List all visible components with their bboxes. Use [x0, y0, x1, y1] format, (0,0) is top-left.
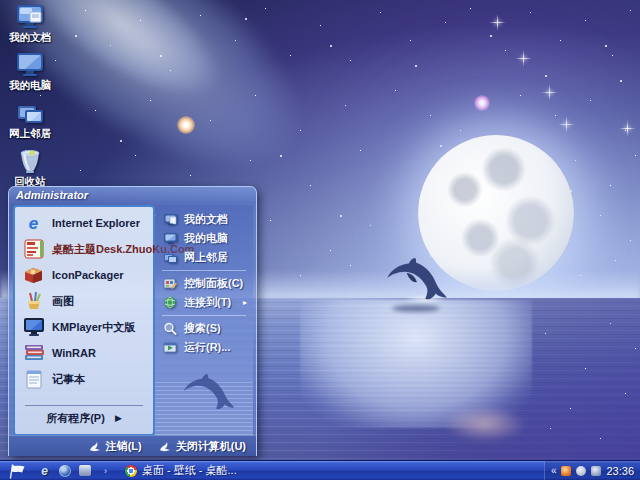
task-button-label: 桌面 - 壁纸 - 桌酷... [142, 463, 237, 478]
start-menu: Administrator e Internet Explorer [8, 186, 257, 456]
logoff-dove-icon [88, 441, 101, 452]
my-documents-icon [162, 213, 178, 227]
my-computer-icon [162, 232, 178, 246]
menu-item-label: 我的电脑 [184, 231, 228, 246]
menu-item-connect-to[interactable]: 连接到(T) ▸ [155, 293, 253, 312]
quick-launch: e › [38, 464, 107, 477]
taskbar: e › 桌面 - 壁纸 - 桌酷... « 23:36 [0, 460, 640, 480]
quicklaunch-window-icon[interactable] [78, 464, 91, 477]
quicklaunch-chevron-icon[interactable]: › [104, 466, 107, 476]
warm-reflection-glow [443, 406, 527, 442]
recycle-bin-icon [14, 147, 46, 174]
menu-item-my-documents[interactable]: 我的文档 [155, 210, 253, 229]
menu-item-search[interactable]: 搜索(S) [155, 319, 253, 338]
start-menu-footer: 注销(L) 关闭计算机(U) [9, 435, 256, 456]
desktop-screen: 我的文档 我的电脑 [0, 0, 640, 480]
dolphin-icon [384, 253, 450, 303]
menu-item-label: Internet Explorer [52, 217, 140, 229]
notepad-icon [22, 368, 45, 390]
cross-star [523, 58, 524, 59]
cross-star [566, 124, 567, 125]
menu-item-notepad[interactable]: 记事本 [15, 366, 153, 392]
all-programs-label: 所有程序(P) [46, 411, 105, 426]
system-tray: « 23:36 [544, 461, 640, 480]
menu-separator [162, 270, 246, 271]
desktop-icon-label: 我的文档 [9, 31, 51, 45]
menu-item-label: IconPackager [52, 269, 124, 281]
chrome-icon [125, 465, 137, 477]
iconpackager-icon [22, 264, 45, 286]
user-name: Administrator [16, 189, 88, 201]
quicklaunch-ie-icon[interactable]: e [38, 464, 51, 477]
network-places-icon [14, 99, 46, 126]
desktop-icon-label: 网上邻居 [9, 127, 51, 141]
desktop-icon-network-places[interactable]: 网上邻居 [2, 99, 58, 141]
menu-item-label: 控制面板(C) [184, 276, 243, 291]
taskbar-clock[interactable]: 23:36 [606, 465, 634, 477]
start-menu-right-panel: 我的文档 我的电脑 [155, 205, 253, 436]
control-panel-icon [162, 277, 178, 291]
dolphin-reflection [392, 305, 440, 312]
menu-left-spacer [15, 392, 153, 405]
shutdown-dove-icon [158, 441, 171, 452]
sea-sparkles [0, 298, 1, 299]
menu-item-label: WinRAR [52, 347, 96, 359]
desktop-icon-recycle-bin[interactable]: 回收站 [2, 147, 58, 189]
shut-down-button[interactable]: 关闭计算机(U) [158, 439, 246, 454]
search-icon [162, 322, 178, 336]
tray-icon-1[interactable] [561, 466, 571, 476]
paint-icon [22, 290, 45, 312]
log-off-button[interactable]: 注销(L) [88, 439, 142, 454]
tray-icon-2[interactable] [576, 466, 586, 476]
menu-item-internet-explorer[interactable]: e Internet Explorer [15, 210, 153, 236]
star-field-bright [0, 0, 2, 2]
menu-item-run[interactable]: 运行(R)... [155, 338, 253, 357]
kmplayer-icon [22, 316, 45, 338]
menu-item-label: 网上邻居 [184, 250, 228, 265]
tray-icon-3[interactable] [591, 466, 601, 476]
menu-separator [162, 315, 246, 316]
menu-item-label: 我的文档 [184, 212, 228, 227]
cross-star [549, 92, 550, 93]
run-icon [162, 341, 178, 355]
menu-item-control-panel[interactable]: 控制面板(C) [155, 274, 253, 293]
panel-dolphin-icon [181, 370, 237, 412]
menu-item-label: 记事本 [52, 372, 85, 387]
menu-item-iconpackager[interactable]: IconPackager [15, 262, 153, 288]
quicklaunch-globe-icon[interactable] [58, 464, 71, 477]
menu-item-label: 搜索(S) [184, 321, 221, 336]
log-off-label: 注销(L) [106, 439, 142, 454]
zhuoku-theme-icon [22, 238, 45, 260]
desktop-icon-list: 我的文档 我的电脑 [2, 3, 58, 189]
ie-icon: e [22, 212, 45, 234]
shut-down-label: 关闭计算机(U) [176, 439, 246, 454]
pink-glow-star [474, 95, 490, 111]
all-programs-arrow-icon: ▶ [115, 413, 122, 423]
menu-item-label: 画图 [52, 294, 74, 309]
network-places-icon [162, 251, 178, 265]
submenu-arrow-icon: ▸ [243, 298, 247, 307]
menu-item-kmplayer[interactable]: KMPlayer中文版 [15, 314, 153, 340]
my-computer-icon [14, 51, 46, 78]
connect-to-icon [162, 296, 178, 310]
orange-glow-star [177, 116, 195, 134]
menu-item-network-places[interactable]: 网上邻居 [155, 248, 253, 267]
menu-item-label: 运行(R)... [184, 340, 230, 355]
menu-item-my-computer[interactable]: 我的电脑 [155, 229, 253, 248]
desktop-icon-label: 我的电脑 [9, 79, 51, 93]
menu-item-zhuoku-theme[interactable]: 桌酷主题Desk.ZhuoKu.Com [15, 236, 153, 262]
menu-item-winrar[interactable]: WinRAR [15, 340, 153, 366]
start-flag-icon [6, 463, 28, 479]
taskbar-task-button[interactable]: 桌面 - 壁纸 - 桌酷... [119, 463, 243, 479]
desktop-icon-my-documents[interactable]: 我的文档 [2, 3, 58, 45]
cross-star [497, 22, 498, 23]
menu-item-paint[interactable]: 画图 [15, 288, 153, 314]
start-button[interactable] [0, 461, 34, 480]
tray-chevron-icon[interactable]: « [551, 465, 557, 476]
all-programs-button[interactable]: 所有程序(P) ▶ [25, 405, 143, 430]
desktop-icon-my-computer[interactable]: 我的电脑 [2, 51, 58, 93]
start-menu-header: Administrator [9, 187, 256, 204]
winrar-icon [22, 342, 45, 364]
cross-star [627, 128, 628, 129]
menu-item-label: 连接到(T) [184, 295, 231, 310]
